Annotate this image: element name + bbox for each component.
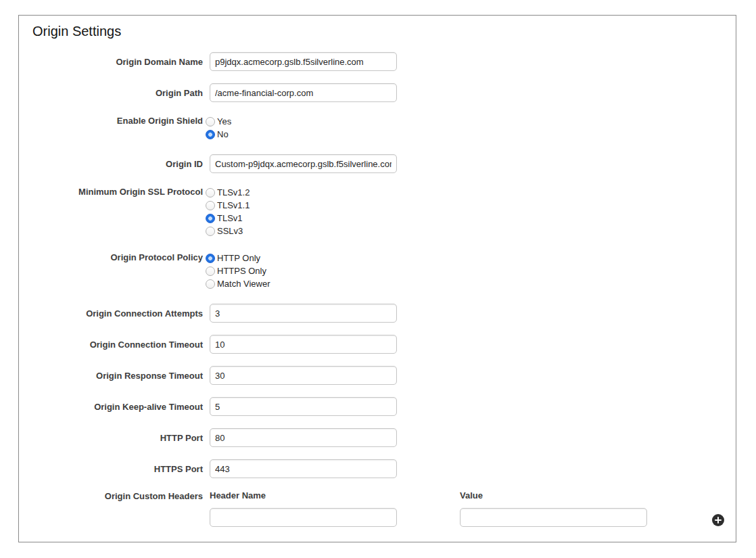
field-label: Origin Protocol Policy (32, 251, 210, 262)
panel-title: Origin Settings (32, 24, 722, 39)
radio-option-tlsv1[interactable]: TLSv1 (206, 212, 250, 225)
form-row-origin-keep-alive-timeout: Origin Keep-alive Timeout (32, 397, 722, 416)
field-label: HTTP Port (32, 428, 210, 443)
radio-option-match-viewer[interactable]: Match Viewer (206, 277, 270, 290)
radio-icon (206, 279, 215, 289)
field-label: Origin Keep-alive Timeout (32, 397, 210, 412)
form-row-origin-domain-name: Origin Domain Name (32, 52, 722, 71)
form-row-origin-protocol-policy: Origin Protocol Policy HTTP Only HTTPS O… (32, 251, 722, 290)
radio-icon (206, 254, 215, 263)
form-row-origin-id: Origin ID (32, 154, 722, 173)
radio-icon (206, 130, 215, 139)
radio-icon (206, 214, 215, 223)
form-row-origin-connection-attempts: Origin Connection Attempts (32, 304, 722, 323)
field-label: Origin Domain Name (32, 52, 210, 67)
header-value-input[interactable] (460, 508, 647, 527)
radio-option-label: No (217, 129, 229, 139)
origin-id-input[interactable] (210, 154, 397, 173)
field-label: Origin Custom Headers (32, 490, 210, 501)
radio-icon (206, 201, 215, 210)
field-label: Origin ID (32, 154, 210, 169)
origin-response-timeout-input[interactable] (210, 366, 397, 385)
add-header-button[interactable] (712, 514, 724, 526)
radio-option-label: TLSv1 (217, 213, 243, 223)
form-row-http-port: HTTP Port (32, 428, 722, 447)
plus-circle-icon (717, 517, 719, 524)
radio-option-tlsv1-2[interactable]: TLSv1.2 (206, 186, 250, 199)
radio-option-label: HTTP Only (217, 253, 260, 263)
field-label: Origin Connection Timeout (32, 335, 210, 350)
radio-icon (206, 188, 215, 197)
header-name-input[interactable] (210, 508, 397, 527)
https-port-input[interactable] (210, 459, 397, 478)
custom-header-name-column: Header Name (210, 490, 397, 527)
form-row-minimum-origin-ssl-protocol: Minimum Origin SSL Protocol TLSv1.2 TLSv… (32, 185, 722, 237)
radio-option-sslv3[interactable]: SSLv3 (206, 225, 250, 237)
field-label: Enable Origin Shield (32, 114, 210, 126)
radio-option-origin-shield-no[interactable]: No (206, 128, 231, 141)
origin-settings-panel: Origin Settings Origin Domain Name Origi… (18, 15, 736, 542)
form-row-origin-path: Origin Path (32, 83, 722, 102)
radio-icon (206, 117, 215, 126)
radio-option-label: SSLv3 (217, 226, 243, 236)
origin-connection-attempts-input[interactable] (210, 304, 397, 323)
origin-connection-timeout-input[interactable] (210, 335, 397, 354)
column-header-name: Header Name (210, 490, 397, 501)
radio-option-label: Match Viewer (217, 279, 270, 289)
radio-option-origin-shield-yes[interactable]: Yes (206, 115, 231, 128)
form-row-origin-connection-timeout: Origin Connection Timeout (32, 335, 722, 354)
field-label: Origin Path (32, 83, 210, 98)
origin-path-input[interactable] (210, 83, 397, 102)
form-row-origin-response-timeout: Origin Response Timeout (32, 366, 722, 385)
field-label: HTTPS Port (32, 459, 210, 474)
radio-option-label: TLSv1.2 (217, 187, 250, 197)
radio-icon (206, 266, 215, 276)
field-label: Minimum Origin SSL Protocol (32, 185, 210, 197)
radio-option-tlsv1-1[interactable]: TLSv1.1 (206, 199, 250, 212)
column-header-value: Value (460, 490, 647, 501)
radio-icon (206, 227, 215, 236)
field-label: Origin Connection Attempts (32, 304, 210, 319)
form-row-https-port: HTTPS Port (32, 459, 722, 478)
radio-option-label: HTTPS Only (217, 266, 266, 276)
origin-domain-name-input[interactable] (210, 52, 397, 71)
radio-option-https-only[interactable]: HTTPS Only (206, 264, 270, 277)
origin-keep-alive-timeout-input[interactable] (210, 397, 397, 416)
form-row-origin-custom-headers: Origin Custom Headers Header Name Value (32, 490, 722, 527)
form-row-enable-origin-shield: Enable Origin Shield Yes No (32, 114, 722, 141)
http-port-input[interactable] (210, 428, 397, 447)
radio-option-label: Yes (217, 116, 231, 126)
radio-option-label: TLSv1.1 (217, 200, 250, 210)
custom-header-value-column: Value (460, 490, 647, 527)
field-label: Origin Response Timeout (32, 366, 210, 381)
radio-option-http-only[interactable]: HTTP Only (206, 252, 270, 264)
